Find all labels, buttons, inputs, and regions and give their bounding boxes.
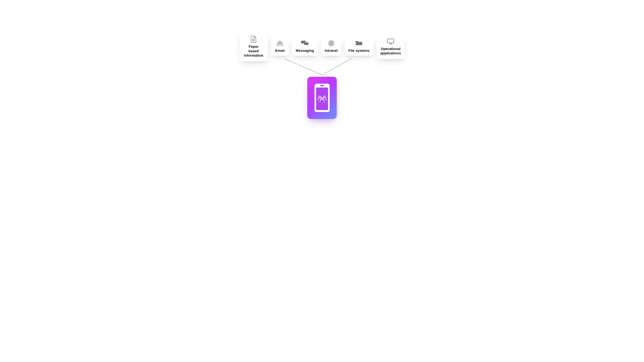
hub-mobile-card — [307, 77, 337, 119]
svg-rect-6 — [388, 39, 394, 43]
card-label: Paper based information — [243, 44, 264, 58]
chat-icon — [300, 40, 309, 47]
card-email: @ Email — [271, 38, 289, 56]
card-messaging: Messaging — [292, 38, 318, 56]
card-intranet: Intranet — [321, 38, 341, 56]
source-row: Paper based information @ Email — [240, 32, 405, 61]
label-line: Paper based — [248, 44, 259, 53]
folder-icon — [356, 40, 362, 47]
svg-rect-13 — [320, 85, 324, 86]
card-paper-based-information: Paper based information — [240, 32, 268, 61]
diagram-canvas: Paper based information @ Email — [206, 0, 438, 130]
label-line: information — [244, 53, 264, 57]
globe-icon — [328, 40, 334, 47]
svg-text:@: @ — [279, 42, 280, 43]
email-icon: @ — [276, 40, 283, 47]
card-label: Messaging — [296, 48, 314, 53]
card-label: Operational applications — [380, 47, 401, 55]
label-line: applications — [380, 51, 401, 55]
label-line: Operational — [381, 47, 400, 51]
mobile-people-icon — [313, 82, 331, 114]
document-icon — [250, 36, 257, 43]
card-label: Email — [275, 48, 285, 53]
card-operational-applications: Operational applications — [376, 34, 404, 59]
monitor-icon — [387, 38, 394, 45]
card-label: Intranet — [325, 48, 338, 53]
card-label: File systems — [348, 48, 370, 53]
card-file-systems: File systems — [345, 38, 373, 56]
